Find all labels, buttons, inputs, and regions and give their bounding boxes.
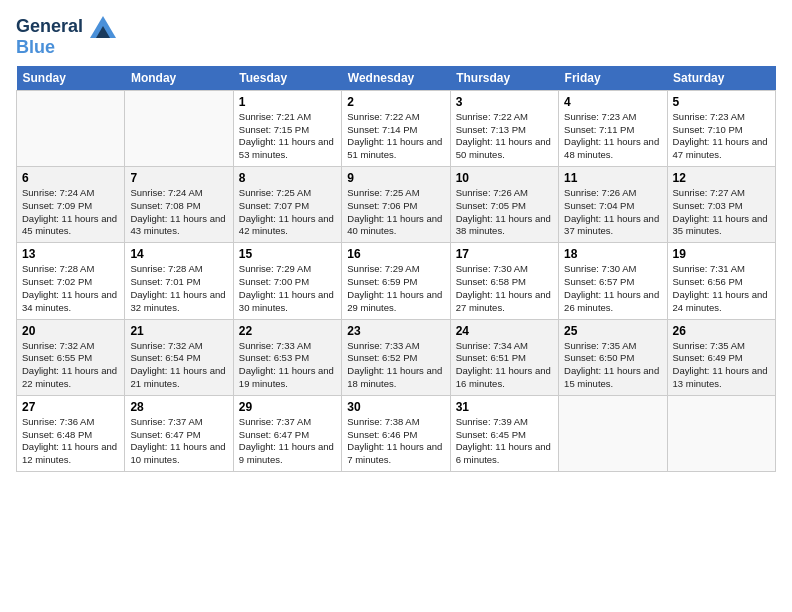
logo-general: General	[16, 16, 83, 36]
day-header-thursday: Thursday	[450, 66, 558, 91]
calendar-cell: 20Sunrise: 7:32 AMSunset: 6:55 PMDayligh…	[17, 319, 125, 395]
date-number: 22	[239, 324, 336, 338]
calendar-cell: 31Sunrise: 7:39 AMSunset: 6:45 PMDayligh…	[450, 395, 558, 471]
week-row-3: 13Sunrise: 7:28 AMSunset: 7:02 PMDayligh…	[17, 243, 776, 319]
calendar-cell: 29Sunrise: 7:37 AMSunset: 6:47 PMDayligh…	[233, 395, 341, 471]
calendar-cell: 13Sunrise: 7:28 AMSunset: 7:02 PMDayligh…	[17, 243, 125, 319]
calendar-cell: 28Sunrise: 7:37 AMSunset: 6:47 PMDayligh…	[125, 395, 233, 471]
calendar-cell	[125, 90, 233, 166]
day-header-saturday: Saturday	[667, 66, 775, 91]
calendar-cell: 1Sunrise: 7:21 AMSunset: 7:15 PMDaylight…	[233, 90, 341, 166]
cell-info: Sunrise: 7:27 AMSunset: 7:03 PMDaylight:…	[673, 187, 770, 238]
date-number: 20	[22, 324, 119, 338]
cell-info: Sunrise: 7:28 AMSunset: 7:02 PMDaylight:…	[22, 263, 119, 314]
cell-info: Sunrise: 7:29 AMSunset: 6:59 PMDaylight:…	[347, 263, 444, 314]
calendar-table: SundayMondayTuesdayWednesdayThursdayFrid…	[16, 66, 776, 472]
calendar-cell	[667, 395, 775, 471]
cell-info: Sunrise: 7:36 AMSunset: 6:48 PMDaylight:…	[22, 416, 119, 467]
cell-info: Sunrise: 7:37 AMSunset: 6:47 PMDaylight:…	[239, 416, 336, 467]
cell-info: Sunrise: 7:30 AMSunset: 6:58 PMDaylight:…	[456, 263, 553, 314]
date-number: 15	[239, 247, 336, 261]
week-row-2: 6Sunrise: 7:24 AMSunset: 7:09 PMDaylight…	[17, 167, 776, 243]
date-number: 14	[130, 247, 227, 261]
cell-info: Sunrise: 7:25 AMSunset: 7:07 PMDaylight:…	[239, 187, 336, 238]
calendar-cell	[17, 90, 125, 166]
calendar-cell: 6Sunrise: 7:24 AMSunset: 7:09 PMDaylight…	[17, 167, 125, 243]
date-number: 4	[564, 95, 661, 109]
date-number: 24	[456, 324, 553, 338]
calendar-page: General Blue SundayMondayTuesdayWednesda…	[0, 0, 792, 612]
cell-info: Sunrise: 7:30 AMSunset: 6:57 PMDaylight:…	[564, 263, 661, 314]
calendar-cell: 15Sunrise: 7:29 AMSunset: 7:00 PMDayligh…	[233, 243, 341, 319]
calendar-cell: 9Sunrise: 7:25 AMSunset: 7:06 PMDaylight…	[342, 167, 450, 243]
calendar-cell: 17Sunrise: 7:30 AMSunset: 6:58 PMDayligh…	[450, 243, 558, 319]
calendar-cell: 27Sunrise: 7:36 AMSunset: 6:48 PMDayligh…	[17, 395, 125, 471]
calendar-cell: 14Sunrise: 7:28 AMSunset: 7:01 PMDayligh…	[125, 243, 233, 319]
date-number: 7	[130, 171, 227, 185]
date-number: 6	[22, 171, 119, 185]
date-number: 17	[456, 247, 553, 261]
date-number: 1	[239, 95, 336, 109]
calendar-cell: 10Sunrise: 7:26 AMSunset: 7:05 PMDayligh…	[450, 167, 558, 243]
cell-info: Sunrise: 7:26 AMSunset: 7:04 PMDaylight:…	[564, 187, 661, 238]
calendar-cell: 5Sunrise: 7:23 AMSunset: 7:10 PMDaylight…	[667, 90, 775, 166]
logo-blue: Blue	[16, 38, 116, 58]
cell-info: Sunrise: 7:33 AMSunset: 6:52 PMDaylight:…	[347, 340, 444, 391]
cell-info: Sunrise: 7:39 AMSunset: 6:45 PMDaylight:…	[456, 416, 553, 467]
date-number: 11	[564, 171, 661, 185]
date-number: 13	[22, 247, 119, 261]
cell-info: Sunrise: 7:24 AMSunset: 7:08 PMDaylight:…	[130, 187, 227, 238]
date-number: 18	[564, 247, 661, 261]
cell-info: Sunrise: 7:24 AMSunset: 7:09 PMDaylight:…	[22, 187, 119, 238]
calendar-cell: 21Sunrise: 7:32 AMSunset: 6:54 PMDayligh…	[125, 319, 233, 395]
date-number: 2	[347, 95, 444, 109]
day-header-friday: Friday	[559, 66, 667, 91]
calendar-cell: 23Sunrise: 7:33 AMSunset: 6:52 PMDayligh…	[342, 319, 450, 395]
cell-info: Sunrise: 7:37 AMSunset: 6:47 PMDaylight:…	[130, 416, 227, 467]
cell-info: Sunrise: 7:28 AMSunset: 7:01 PMDaylight:…	[130, 263, 227, 314]
date-number: 3	[456, 95, 553, 109]
calendar-cell: 8Sunrise: 7:25 AMSunset: 7:07 PMDaylight…	[233, 167, 341, 243]
calendar-cell: 25Sunrise: 7:35 AMSunset: 6:50 PMDayligh…	[559, 319, 667, 395]
cell-info: Sunrise: 7:32 AMSunset: 6:55 PMDaylight:…	[22, 340, 119, 391]
logo: General Blue	[16, 16, 116, 58]
calendar-cell: 30Sunrise: 7:38 AMSunset: 6:46 PMDayligh…	[342, 395, 450, 471]
cell-info: Sunrise: 7:35 AMSunset: 6:49 PMDaylight:…	[673, 340, 770, 391]
cell-info: Sunrise: 7:23 AMSunset: 7:11 PMDaylight:…	[564, 111, 661, 162]
date-number: 8	[239, 171, 336, 185]
date-number: 29	[239, 400, 336, 414]
date-number: 27	[22, 400, 119, 414]
day-header-wednesday: Wednesday	[342, 66, 450, 91]
date-number: 26	[673, 324, 770, 338]
date-number: 31	[456, 400, 553, 414]
cell-info: Sunrise: 7:34 AMSunset: 6:51 PMDaylight:…	[456, 340, 553, 391]
day-header-sunday: Sunday	[17, 66, 125, 91]
date-number: 9	[347, 171, 444, 185]
cell-info: Sunrise: 7:22 AMSunset: 7:13 PMDaylight:…	[456, 111, 553, 162]
calendar-cell: 3Sunrise: 7:22 AMSunset: 7:13 PMDaylight…	[450, 90, 558, 166]
day-header-tuesday: Tuesday	[233, 66, 341, 91]
page-header: General Blue	[16, 16, 776, 58]
calendar-cell: 12Sunrise: 7:27 AMSunset: 7:03 PMDayligh…	[667, 167, 775, 243]
calendar-cell: 2Sunrise: 7:22 AMSunset: 7:14 PMDaylight…	[342, 90, 450, 166]
date-number: 12	[673, 171, 770, 185]
calendar-cell: 19Sunrise: 7:31 AMSunset: 6:56 PMDayligh…	[667, 243, 775, 319]
calendar-cell: 4Sunrise: 7:23 AMSunset: 7:11 PMDaylight…	[559, 90, 667, 166]
calendar-cell: 11Sunrise: 7:26 AMSunset: 7:04 PMDayligh…	[559, 167, 667, 243]
cell-info: Sunrise: 7:35 AMSunset: 6:50 PMDaylight:…	[564, 340, 661, 391]
calendar-cell: 18Sunrise: 7:30 AMSunset: 6:57 PMDayligh…	[559, 243, 667, 319]
week-row-4: 20Sunrise: 7:32 AMSunset: 6:55 PMDayligh…	[17, 319, 776, 395]
cell-info: Sunrise: 7:26 AMSunset: 7:05 PMDaylight:…	[456, 187, 553, 238]
cell-info: Sunrise: 7:21 AMSunset: 7:15 PMDaylight:…	[239, 111, 336, 162]
day-header-monday: Monday	[125, 66, 233, 91]
date-number: 19	[673, 247, 770, 261]
cell-info: Sunrise: 7:22 AMSunset: 7:14 PMDaylight:…	[347, 111, 444, 162]
cell-info: Sunrise: 7:38 AMSunset: 6:46 PMDaylight:…	[347, 416, 444, 467]
week-row-1: 1Sunrise: 7:21 AMSunset: 7:15 PMDaylight…	[17, 90, 776, 166]
week-row-5: 27Sunrise: 7:36 AMSunset: 6:48 PMDayligh…	[17, 395, 776, 471]
calendar-cell: 22Sunrise: 7:33 AMSunset: 6:53 PMDayligh…	[233, 319, 341, 395]
cell-info: Sunrise: 7:31 AMSunset: 6:56 PMDaylight:…	[673, 263, 770, 314]
calendar-cell	[559, 395, 667, 471]
cell-info: Sunrise: 7:33 AMSunset: 6:53 PMDaylight:…	[239, 340, 336, 391]
calendar-cell: 24Sunrise: 7:34 AMSunset: 6:51 PMDayligh…	[450, 319, 558, 395]
